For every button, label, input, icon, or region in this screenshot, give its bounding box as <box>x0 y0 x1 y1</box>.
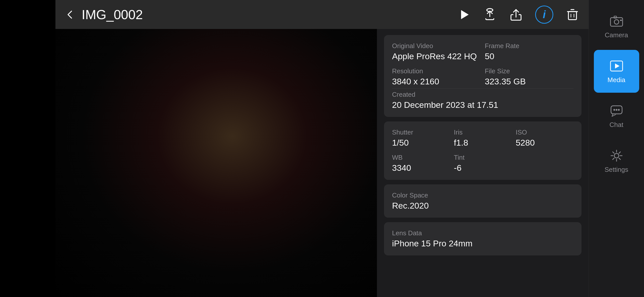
svg-marker-0 <box>461 10 469 19</box>
left-black-bar <box>0 0 55 297</box>
frame-rate-value: 50 <box>485 51 573 61</box>
header-actions: i <box>458 6 579 24</box>
lens-data-value: iPhone 15 Pro 24mm <box>392 239 573 248</box>
video-thumbnail <box>55 29 377 297</box>
shutter-label: Shutter <box>392 128 450 136</box>
svg-point-13 <box>614 153 619 158</box>
svg-rect-5 <box>614 16 617 18</box>
svg-point-10 <box>613 109 615 111</box>
info-button[interactable]: i <box>535 6 553 24</box>
delete-button[interactable] <box>565 8 579 22</box>
video-preview[interactable] <box>55 29 377 297</box>
tint-field: Tint -6 <box>454 154 511 173</box>
color-space-card: Color Space Rec.2020 <box>384 184 582 218</box>
main-area: IMG_0002 <box>55 0 589 297</box>
iris-label: Iris <box>454 128 511 136</box>
chat-icon <box>609 104 624 118</box>
file-size-field: File Size 323.35 GB <box>485 67 573 86</box>
upload-button[interactable] <box>483 8 497 22</box>
frame-rate-field: Frame Rate 50 <box>485 42 573 61</box>
shutter-field: Shutter 1/50 <box>392 128 450 148</box>
svg-rect-6 <box>620 20 622 21</box>
color-space-field: Color Space Rec.2020 <box>392 191 573 211</box>
svg-point-12 <box>618 109 620 111</box>
right-sidebar: Camera Media Chat <box>589 0 644 297</box>
svg-rect-3 <box>610 18 623 26</box>
tint-label: Tint <box>454 154 511 161</box>
header-bar: IMG_0002 <box>55 0 589 29</box>
color-space-value: Rec.2020 <box>392 201 573 211</box>
content-row: Original Video Apple ProRes 422 HQ Frame… <box>55 29 589 297</box>
camera-icon <box>609 14 624 28</box>
lens-data-label: Lens Data <box>392 229 573 237</box>
sidebar-item-chat[interactable]: Chat <box>594 95 639 138</box>
lens-data-card: Lens Data iPhone 15 Pro 24mm <box>384 222 582 255</box>
sidebar-camera-label: Camera <box>605 31 628 39</box>
original-video-value: Apple ProRes 422 HQ <box>392 51 481 61</box>
tint-value: -6 <box>454 163 511 173</box>
sidebar-chat-label: Chat <box>609 121 623 129</box>
file-size-value: 323.35 GB <box>485 77 573 86</box>
media-icon <box>609 59 624 73</box>
created-field: Created 20 December 2023 at 17.51 <box>392 91 573 110</box>
color-space-label: Color Space <box>392 191 573 199</box>
back-button[interactable] <box>65 9 76 20</box>
sidebar-item-settings[interactable]: Settings <box>594 140 639 182</box>
resolution-value: 3840 x 2160 <box>392 77 481 86</box>
resolution-field: Resolution 3840 x 2160 <box>392 67 481 86</box>
wb-label: WB <box>392 154 450 161</box>
sidebar-media-label: Media <box>607 76 625 84</box>
iris-field: Iris f1.8 <box>454 128 511 148</box>
iris-value: f1.8 <box>454 138 511 148</box>
original-video-label: Original Video <box>392 42 481 50</box>
sidebar-settings-label: Settings <box>605 166 628 174</box>
svg-marker-8 <box>615 63 620 69</box>
iso-field: ISO 5280 <box>516 128 573 148</box>
card-divider <box>392 88 573 89</box>
frame-rate-label: Frame Rate <box>485 42 573 50</box>
resolution-label: Resolution <box>392 67 481 75</box>
original-video-field: Original Video Apple ProRes 422 HQ <box>392 42 481 61</box>
lens-data-field: Lens Data iPhone 15 Pro 24mm <box>392 229 573 248</box>
info-panel: Original Video Apple ProRes 422 HQ Frame… <box>377 29 589 297</box>
shutter-value: 1/50 <box>392 138 450 148</box>
sidebar-item-media[interactable]: Media <box>594 50 639 93</box>
play-button[interactable] <box>458 8 471 21</box>
iso-value: 5280 <box>516 138 573 148</box>
wb-value: 3340 <box>392 163 450 173</box>
svg-point-4 <box>614 20 619 24</box>
wb-field: WB 3340 <box>392 154 450 173</box>
iso-label: ISO <box>516 128 573 136</box>
svg-point-11 <box>616 109 617 111</box>
video-metadata-card: Original Video Apple ProRes 422 HQ Frame… <box>384 35 582 117</box>
svg-rect-2 <box>568 12 576 20</box>
created-value: 20 December 2023 at 17.51 <box>392 100 573 110</box>
file-title: IMG_0002 <box>82 7 452 22</box>
camera-settings-card: Shutter 1/50 Iris f1.8 ISO 5280 WB 3340 <box>384 121 582 180</box>
share-button[interactable] <box>509 8 523 22</box>
settings-icon <box>609 149 624 163</box>
file-size-label: File Size <box>485 67 573 75</box>
created-label: Created <box>392 91 573 98</box>
sidebar-item-camera[interactable]: Camera <box>594 5 639 48</box>
